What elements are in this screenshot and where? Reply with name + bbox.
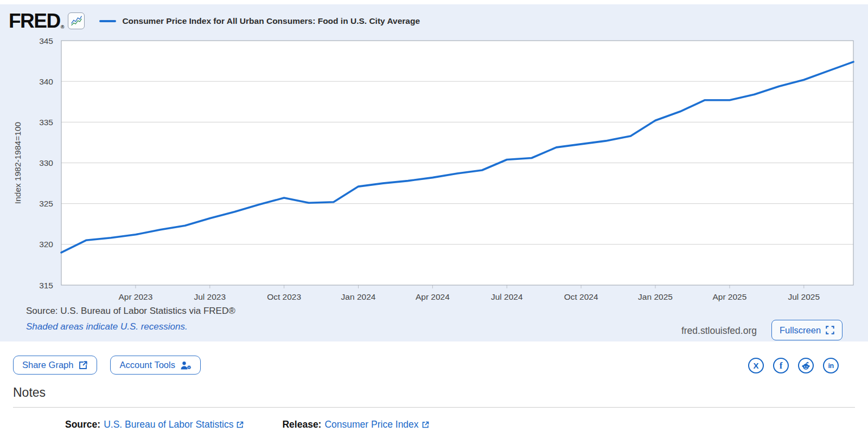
x-glyph: X	[753, 361, 758, 370]
release-label: Release:	[282, 419, 321, 430]
x-tick-label: Oct 2024	[564, 292, 598, 301]
user-gear-icon	[180, 360, 192, 370]
series-title[interactable]: Consumer Price Index for All Urban Consu…	[122, 16, 420, 26]
account-tools-button[interactable]: Account Tools	[110, 356, 200, 375]
chart-card: FRED ® Consumer Price Index for All Urba…	[0, 4, 868, 341]
x-tick-label: Apr 2024	[416, 292, 450, 301]
cpi-line-chart[interactable]: 315320325330335340345Apr 2023Jul 2023Oct…	[0, 4, 868, 304]
y-tick-label: 340	[39, 77, 53, 86]
fullscreen-button[interactable]: Fullscreen	[771, 320, 843, 340]
x-icon[interactable]: X	[748, 358, 764, 373]
recession-note-link[interactable]: Shaded areas indicate U.S. recessions.	[26, 321, 188, 332]
y-tick-label: 325	[39, 199, 53, 208]
release-meta: Release: Consumer Price Index	[282, 419, 429, 430]
x-tick-label: Oct 2023	[267, 292, 301, 301]
social-share-row: X f in	[748, 358, 839, 373]
fullscreen-label: Fullscreen	[780, 325, 821, 336]
notes-meta-row: Source: U.S. Bureau of Labor Statistics …	[65, 419, 868, 430]
y-axis-title: Index 1982-1984=100	[13, 121, 22, 204]
notes-heading: Notes	[13, 385, 868, 400]
x-tick-label: Apr 2025	[712, 292, 746, 301]
notes-divider	[13, 407, 855, 408]
x-tick-label: Jan 2025	[638, 292, 673, 301]
source-link[interactable]: U.S. Bureau of Labor Statistics	[104, 419, 244, 430]
facebook-icon[interactable]: f	[773, 358, 789, 373]
x-tick-label: Jul 2024	[491, 292, 523, 301]
share-graph-label: Share Graph	[22, 360, 73, 370]
fred-logo[interactable]: FRED	[9, 11, 60, 31]
y-tick-label: 345	[39, 36, 53, 46]
fullscreen-icon	[826, 326, 834, 334]
x-tick-label: Jul 2025	[788, 292, 820, 301]
external-link-icon	[422, 421, 430, 429]
brand-row: FRED ® Consumer Price Index for All Urba…	[9, 11, 420, 31]
y-tick-label: 335	[39, 118, 53, 127]
reddit-icon[interactable]	[798, 358, 814, 373]
x-tick-label: Jul 2023	[194, 292, 226, 301]
release-link-text: Consumer Price Index	[324, 419, 418, 430]
y-tick-label: 315	[39, 281, 53, 290]
source-meta: Source: U.S. Bureau of Labor Statistics	[65, 419, 244, 430]
external-link-icon	[236, 421, 244, 429]
y-tick-label: 320	[39, 240, 53, 249]
share-icon	[78, 360, 88, 370]
x-tick-label: Apr 2023	[118, 292, 152, 301]
linkedin-icon[interactable]: in	[823, 358, 839, 373]
source-link-text: U.S. Bureau of Labor Statistics	[104, 419, 233, 430]
legend-line-swatch	[99, 20, 116, 22]
share-graph-button[interactable]: Share Graph	[13, 356, 97, 375]
release-link[interactable]: Consumer Price Index	[324, 419, 429, 430]
x-tick-label: Jan 2024	[341, 292, 376, 301]
y-tick-label: 330	[39, 158, 53, 167]
linkedin-glyph: in	[828, 362, 833, 370]
chart-legend: Consumer Price Index for All Urban Consu…	[99, 16, 420, 26]
account-tools-label: Account Tools	[119, 360, 175, 370]
source-note: Source: U.S. Bureau of Labor Statistics …	[26, 306, 235, 317]
registered-mark: ®	[61, 24, 65, 30]
facebook-glyph: f	[780, 360, 783, 371]
site-url: fred.stlouisfed.org	[681, 325, 757, 337]
action-bar: Share Graph Account Tools X	[0, 341, 868, 375]
fred-sparkline-icon	[68, 12, 85, 29]
source-label: Source:	[65, 419, 100, 430]
